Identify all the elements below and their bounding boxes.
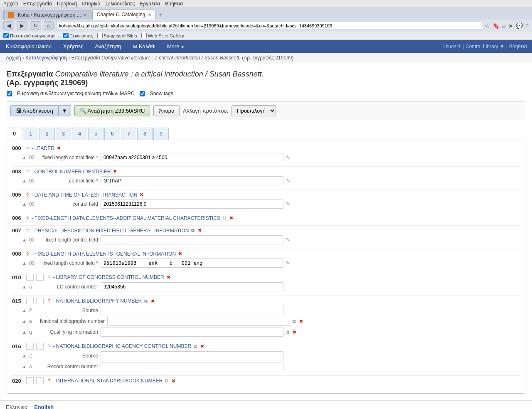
delete-icon-008[interactable]: ✖ (178, 251, 182, 256)
breadcrumb-catalog[interactable]: Καταλογογράφηση (25, 55, 67, 61)
q-icon-010[interactable]: ? (48, 275, 50, 280)
q-icon-000[interactable]: ? (26, 146, 29, 151)
home-icon2[interactable]: ⌂ (502, 22, 505, 29)
copy-icon-016[interactable]: ⧉ (194, 344, 197, 349)
edit-icon-005[interactable]: ✎ (286, 201, 290, 207)
chat-icon[interactable]: 💬 (516, 22, 523, 29)
delete-icon-007[interactable]: ✖ (198, 228, 202, 233)
move-icon-008[interactable]: ▲ (22, 261, 27, 266)
tab-chapter[interactable]: Chapter 6. Cataloging ✕ (92, 10, 156, 20)
move-icon-015-2[interactable]: ▲ (22, 308, 27, 313)
bookmark-frequent[interactable]: Πιο συχνά αναγνωσμέ... (3, 33, 59, 38)
save-arrow-button[interactable]: ▼ (59, 105, 71, 116)
bookmark-start[interactable]: Ξεκινώντας (63, 33, 93, 38)
bookmark-webslice-check[interactable] (141, 33, 147, 38)
marc-tab-4[interactable]: 4 (72, 128, 87, 140)
bookmark-suggested-check[interactable] (97, 33, 103, 38)
tab-koha[interactable]: Koha › Καταλογογράφηση ... ✕ (3, 10, 91, 20)
checkbox-tags[interactable] (140, 91, 145, 96)
menu-icon[interactable]: ≡ (525, 22, 529, 29)
cancel-button[interactable]: Άκυρο (153, 105, 180, 116)
nav-cart[interactable]: ✉ Καλάθι (127, 40, 161, 53)
move-icon-015-q[interactable]: ▲ (22, 330, 27, 335)
copy-icon-015[interactable]: ⧉ (144, 298, 148, 304)
move-icon-016-2[interactable]: ▲ (22, 353, 27, 358)
copy-icon-020[interactable]: ⧉ (165, 378, 168, 384)
edit-icon-003[interactable]: ✎ (286, 178, 290, 184)
delete-icon-020[interactable]: ✖ (172, 378, 175, 384)
marc-tab-0[interactable]: 0 (7, 128, 22, 140)
delete-icon-015-a[interactable]: ✖ (299, 319, 303, 324)
marc-label-010-link[interactable]: - LIBRARY OF CONGRESS CONTROL NUMBER (53, 274, 164, 280)
lang-greek[interactable]: Ελληνικά (6, 404, 27, 409)
bookmark-webslice[interactable]: Web Slice Gallery (141, 33, 184, 38)
subfield-input-015-a[interactable] (107, 317, 290, 326)
copy-icon-007[interactable]: ⧉ (191, 228, 195, 233)
address-input[interactable] (56, 22, 483, 30)
marc-label-005-link[interactable]: - DATE AND TIME OF LATEST TRANSACTION (31, 192, 137, 198)
move-icon-003[interactable]: ▲ (22, 178, 27, 183)
q-icon-005[interactable]: ? (26, 192, 29, 197)
marc-label-015-link[interactable]: - NATIONAL BIBLIOGRAPHY NUMBER (53, 298, 142, 304)
delete-icon-016[interactable]: ✖ (200, 344, 204, 349)
delete-icon-015-q[interactable]: ✖ (293, 330, 296, 335)
forward-button[interactable]: ▶ (17, 21, 27, 30)
new-tab-button[interactable]: + (157, 10, 165, 20)
marc-tab-7[interactable]: 7 (121, 128, 136, 140)
tab-chapter-close[interactable]: ✕ (148, 12, 151, 17)
edit-icon-000[interactable]: ✎ (286, 155, 290, 160)
nav-circulation[interactable]: Κυκλοφορία υλικού (0, 40, 57, 53)
menu-help[interactable]: Βοήθεια (165, 1, 183, 7)
marc-label-006-link[interactable]: - FIXED-LENGTH DATA ELEMENTS--ADDITIONAL… (31, 215, 220, 221)
edit-icon-007[interactable]: ✎ (286, 237, 290, 243)
star-icon[interactable]: ☆ (485, 22, 490, 29)
subfield-input-016-2[interactable] (101, 351, 283, 360)
home-button[interactable]: ⌂ (44, 21, 54, 30)
move-icon-000[interactable]: ▲ (22, 155, 27, 160)
q-icon-020[interactable]: ? (48, 378, 50, 383)
marc-tab-6[interactable]: 6 (104, 128, 120, 140)
menu-edit[interactable]: Επεξεργασία (23, 1, 52, 7)
marc-tab-5[interactable]: 5 (88, 128, 103, 140)
move-icon-005[interactable]: ▲ (22, 202, 27, 207)
subfield-input-015-q[interactable] (101, 328, 283, 337)
marc-tab-1[interactable]: 1 (23, 128, 38, 140)
copy-icon-006[interactable]: ⧉ (223, 215, 226, 221)
bookmark-suggested[interactable]: Suggested Sites (97, 33, 137, 38)
subfield-input-010-a[interactable] (101, 282, 283, 291)
move-icon-016-a[interactable]: ▲ (22, 364, 27, 369)
back-button[interactable]: ◀ (3, 21, 14, 30)
nav-users[interactable]: Χρήστες (57, 40, 89, 53)
delete-icon-015[interactable]: ✖ (151, 298, 155, 304)
edit-icon-008[interactable]: ✎ (286, 260, 290, 266)
marc-tab-3[interactable]: 3 (56, 128, 71, 140)
q-icon-015[interactable]: ? (48, 298, 50, 303)
marc-tab-8[interactable]: 8 (137, 128, 153, 140)
bookmark-icon[interactable]: 🔖 (493, 22, 500, 29)
tab-koha-close[interactable]: ✕ (84, 13, 87, 17)
search-z3950-button[interactable]: 🔍 Αναζήτηση Z39.50/SRU (74, 105, 150, 116)
subfield-input-008[interactable] (101, 259, 283, 268)
nav-more[interactable]: More (161, 40, 190, 53)
delete-icon-006[interactable]: ✖ (229, 215, 233, 221)
marc-tab-9[interactable]: 9 (153, 128, 169, 140)
subfield-input-007[interactable] (101, 235, 283, 244)
marc-label-008-link[interactable]: - FIXED-LENGTH DATA ELEMENTS--GENERAL IN… (31, 251, 176, 257)
nav-help[interactable]: Βοήθεια (509, 44, 527, 49)
move-icon-010[interactable]: ▲ (22, 284, 27, 289)
copy-icon-015-q[interactable]: ⧉ (286, 330, 289, 335)
move-icon-007[interactable]: ▲ (22, 237, 27, 242)
nav-library[interactable]: Central Library ▼ (466, 44, 505, 49)
copy-icon-015-a[interactable]: ⧉ (293, 319, 296, 324)
menu-history[interactable]: Ιστορικό (82, 1, 100, 7)
bookmark-frequent-check[interactable] (3, 33, 9, 38)
breadcrumb-home[interactable]: Αρχική (6, 55, 21, 61)
q-icon-006[interactable]: ? (26, 216, 29, 221)
move-icon-015-a[interactable]: ▲ (22, 319, 27, 324)
refresh-button[interactable]: ↻ (30, 21, 41, 30)
subfield-input-015-2[interactable] (101, 306, 283, 315)
q-icon-007[interactable]: ? (26, 228, 29, 233)
bookmark-start-check[interactable] (63, 33, 69, 38)
marc-label-000-link[interactable]: - LEADER (31, 145, 54, 151)
checkbox-marc[interactable] (7, 91, 12, 96)
